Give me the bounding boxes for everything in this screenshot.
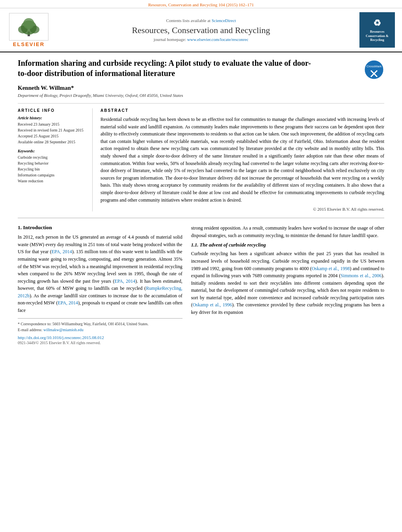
article-info-label: ARTICLE INFO — [18, 108, 87, 113]
issn-line: 0921-3449/© 2015 Elsevier B.V. All right… — [18, 341, 182, 345]
crossmark-area: CrossMark — [364, 59, 384, 82]
ref-oskamp-1998[interactable]: Oskamp et al., 1998 — [312, 266, 350, 271]
author-affiliation: Department of Biology, Project Dragonfly… — [18, 93, 384, 98]
sciencedirect-link[interactable]: ScienceDirect — [212, 18, 236, 23]
section-divider — [18, 218, 384, 218]
section1-heading: 1. Introduction — [18, 224, 182, 231]
journal-header: ELSEVIER Contents lists available at Sci… — [0, 8, 402, 52]
article-info-abstract-section: ARTICLE INFO Article history: Received 2… — [18, 103, 384, 211]
rcr-logo-text: ♻ Resources Conservation & Recycling — [361, 18, 393, 42]
abstract-label: ABSTRACT — [100, 108, 384, 113]
elsevier-brand-label: ELSEVIER — [13, 41, 45, 47]
ref-epa-2014-1[interactable]: EPA, 2014 — [52, 249, 72, 254]
footnote-email: E-mail address: willmakw@miamioh.edu — [18, 327, 182, 333]
history-title: Article history: — [18, 116, 87, 120]
keywords-group: Keywords: Curbside recycling Recycling b… — [18, 149, 87, 184]
rcr-logo-area: ♻ Resources Conservation & Recycling — [352, 12, 395, 48]
keyword-5: Waste reduction — [18, 178, 87, 184]
keyword-4: Information campaigns — [18, 172, 87, 178]
ref-oskamp-1996[interactable]: Oskamp et al., 1996 — [193, 302, 232, 308]
abstract-column: ABSTRACT Residential curbside recycling … — [100, 108, 384, 211]
received-date: Received 23 January 2015 — [18, 121, 87, 127]
journal-volume-info: Resources, Conservation and Recycling 10… — [0, 0, 402, 8]
homepage-link[interactable]: www.elsevier.com/locate/resconrec — [187, 37, 249, 42]
paper-title-row: Information sharing and curbside recycli… — [18, 58, 384, 82]
doi-link[interactable]: http://dx.doi.org/10.1016/j.resconrec.20… — [18, 335, 104, 340]
elsevier-logo-area: ELSEVIER — [7, 13, 50, 47]
footnote-section: * Correspondence to: 5603 Williamsburg W… — [18, 318, 182, 345]
ref-rumpke[interactable]: RumpkeRecycling, 2012b — [18, 285, 182, 298]
keyword-3: Recycling bin — [18, 166, 87, 172]
intro-paragraph-3: Curbside recycling has been a significan… — [191, 250, 384, 316]
author-name: Kenneth W. Willman* — [18, 85, 384, 91]
copyright-line: © 2015 Elsevier B.V. All rights reserved… — [100, 207, 384, 211]
footnote-email-link[interactable]: willmakw@miamioh.edu — [43, 328, 84, 332]
footnote-correspondence: * Correspondence to: 5603 Williamsburg W… — [18, 321, 182, 327]
intro-paragraph-1: In 2012, each person in the US generated… — [18, 234, 182, 314]
intro-paragraph-2: strong resident opposition. As a result,… — [191, 224, 384, 239]
svg-point-5 — [365, 60, 383, 79]
keyword-2: Recycling behavior — [18, 160, 87, 166]
keyword-1: Curbside recycling — [18, 154, 87, 160]
available-date: Available online 28 September 2015 — [18, 139, 87, 145]
ref-simmons-2006[interactable]: Simmons et al., 2006 — [341, 273, 382, 278]
elsevier-tree-icon — [9, 13, 48, 41]
crossmark-icon: CrossMark — [364, 59, 384, 80]
ref-epa-2014-2[interactable]: EPA, 2014 — [114, 278, 135, 284]
rcr-logo-box: ♻ Resources Conservation & Recycling — [359, 12, 395, 48]
ref-epa-2014-3[interactable]: EPA, 2014 — [58, 300, 78, 306]
journal-center-info: Contents lists available at ScienceDirec… — [50, 18, 352, 42]
keywords-title: Keywords: — [18, 149, 87, 153]
received-revised-date: Received in revised form 21 August 2015 — [18, 127, 87, 133]
subsection1-1-heading: 1.1. The advent of curbside recycling — [191, 242, 384, 248]
homepage-line: journal homepage: www.elsevier.com/locat… — [58, 37, 344, 42]
body-section: 1. Introduction In 2012, each person in … — [0, 224, 402, 345]
sciencedirect-line: Contents lists available at ScienceDirec… — [58, 18, 344, 23]
accepted-date: Accepted 25 August 2015 — [18, 133, 87, 139]
doi-line: http://dx.doi.org/10.1016/j.resconrec.20… — [18, 335, 182, 340]
paper-title: Information sharing and curbside recycli… — [18, 58, 313, 78]
svg-point-4 — [23, 18, 34, 29]
paper-section: Information sharing and curbside recycli… — [0, 52, 402, 211]
journal-name-heading: Resources, Conservation and Recycling — [58, 25, 344, 35]
abstract-text: Residential curbside recycling has been … — [100, 116, 384, 204]
body-left-column: 1. Introduction In 2012, each person in … — [18, 224, 182, 345]
article-info-column: ARTICLE INFO Article history: Received 2… — [18, 108, 93, 211]
body-right-column: strong resident opposition. As a result,… — [191, 224, 384, 345]
article-history-group: Article history: Received 23 January 201… — [18, 116, 87, 145]
svg-text:CrossMark: CrossMark — [367, 65, 382, 68]
